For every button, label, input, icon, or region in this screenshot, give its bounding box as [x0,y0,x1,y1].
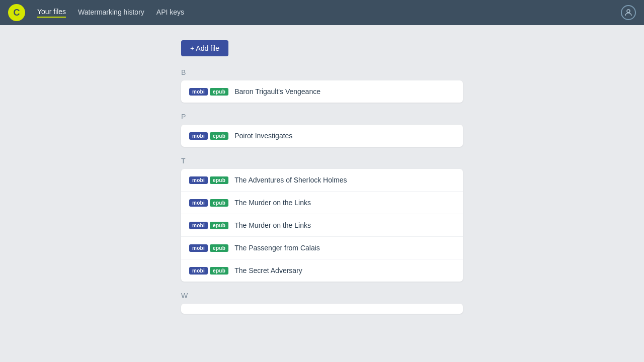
file-title: Baron Trigault's Vengeance [234,87,320,96]
badges: mobi epub [189,176,228,184]
badge-epub: epub [210,132,228,140]
badge-epub: epub [210,199,228,207]
file-item: mobi epub Baron Trigault's Vengeance [181,80,463,103]
svg-point-0 [627,10,630,13]
section-letter-b: B [181,68,463,76]
file-title: Poirot Investigates [234,132,292,140]
content-area: + Add file B mobi epub Baron Trigault's … [181,40,463,324]
badge-epub: epub [210,88,228,96]
file-list-w [181,304,463,314]
badges: mobi epub [189,222,228,229]
badges: mobi epub [189,132,228,140]
file-item: mobi epub The Secret Adversary [181,259,463,282]
main-nav: Your files Watermarking history API keys [37,8,184,18]
nav-watermarking-history[interactable]: Watermarking history [78,8,144,17]
file-item: mobi epub Poirot Investigates [181,125,463,147]
file-list-t: mobi epub The Adventures of Sherlock Hol… [181,169,463,282]
badges: mobi epub [189,244,228,252]
file-title: The Murder on the Links [234,221,311,229]
file-title: The Adventures of Sherlock Holmes [234,176,347,184]
badge-mobi: mobi [189,88,208,96]
section-letter-w: W [181,292,463,300]
badge-mobi: mobi [189,244,208,252]
badge-epub: epub [210,244,228,252]
file-title: The Secret Adversary [234,266,302,275]
badge-mobi: mobi [189,176,208,184]
file-list-b: mobi epub Baron Trigault's Vengeance [181,80,463,103]
badge-epub: epub [210,267,228,275]
file-item: mobi epub The Adventures of Sherlock Hol… [181,169,463,192]
logo: C [8,4,25,21]
badge-mobi: mobi [189,132,208,140]
file-list-p: mobi epub Poirot Investigates [181,125,463,147]
badge-mobi: mobi [189,267,208,275]
section-letter-p: P [181,113,463,121]
file-title: The Murder on the Links [234,199,311,207]
file-item: mobi epub The Murder on the Links [181,192,463,214]
badge-epub: epub [210,222,228,229]
badge-epub: epub [210,176,228,184]
add-file-button[interactable]: + Add file [181,40,228,56]
file-item: mobi epub The Murder on the Links [181,214,463,237]
badges: mobi epub [189,88,228,96]
main-header: C Your files Watermarking history API ke… [0,0,644,25]
badge-mobi: mobi [189,222,208,229]
section-letter-t: T [181,157,463,165]
badges: mobi epub [189,267,228,275]
nav-your-files[interactable]: Your files [37,8,66,18]
user-icon[interactable] [621,5,636,20]
header-right [621,5,636,20]
file-item: mobi epub The Passenger from Calais [181,237,463,259]
file-title: The Passenger from Calais [234,244,320,252]
main-content: + Add file B mobi epub Baron Trigault's … [0,25,644,339]
badges: mobi epub [189,199,228,207]
header-left: C Your files Watermarking history API ke… [8,4,184,21]
badge-mobi: mobi [189,199,208,207]
nav-api-keys[interactable]: API keys [156,8,184,17]
